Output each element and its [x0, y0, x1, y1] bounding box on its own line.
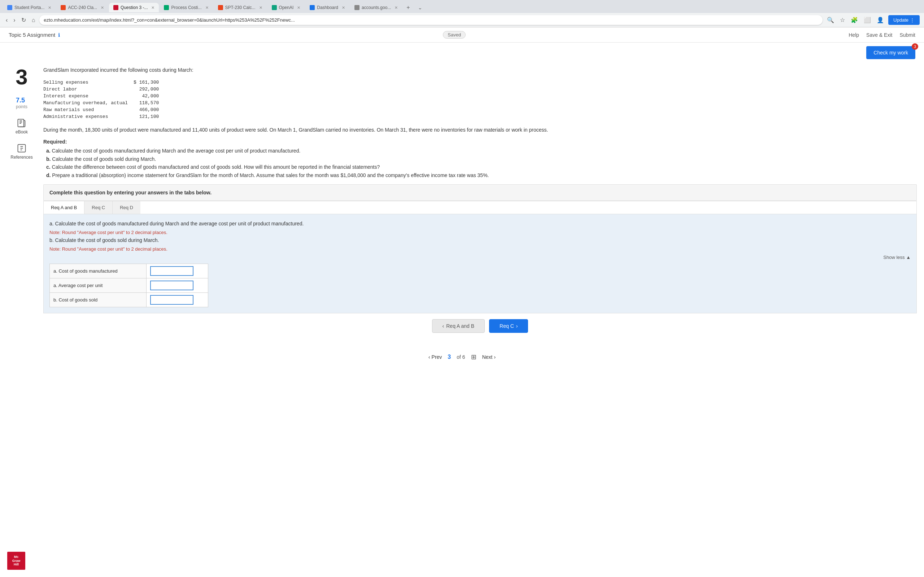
address-input[interactable]	[39, 15, 822, 25]
save-exit-link[interactable]: Save & Exit	[866, 32, 892, 38]
tab-close[interactable]: ✕	[297, 5, 300, 10]
tab-label: Dashboard	[317, 5, 338, 10]
check-work-area: Check my work 3	[0, 43, 924, 59]
forward-button[interactable]: ›	[12, 16, 16, 25]
split-screen-icon[interactable]: ⬜	[862, 15, 872, 25]
tab-req-ab[interactable]: Req A and B	[44, 201, 84, 214]
answer-cell[interactable]	[146, 264, 208, 278]
tab-close[interactable]: ✕	[342, 5, 345, 10]
profile-icon[interactable]: 👤	[875, 15, 885, 25]
submit-link[interactable]: Submit	[900, 32, 915, 38]
answer-input-2[interactable]	[150, 295, 194, 305]
tab-req-c[interactable]: Req C	[84, 201, 113, 214]
answer-input-1[interactable]	[150, 280, 194, 290]
tabs-header: Req A and B Req C Req D	[44, 201, 916, 214]
cost-label: Manufacturing overhead, actual	[43, 100, 134, 106]
points-label: points	[16, 104, 27, 109]
tab-favicon	[7, 5, 12, 10]
tab-close[interactable]: ✕	[259, 5, 262, 10]
tab-favicon	[272, 5, 277, 10]
question-number: 3	[16, 66, 27, 88]
bookmark-icon[interactable]: ☆	[838, 15, 846, 25]
tab-label: SPT-230 Calc...	[225, 5, 255, 10]
tabs-container: Req A and B Req C Req D a. Calculate the…	[43, 201, 917, 313]
cost-value: 42,000	[134, 93, 165, 100]
show-less-button[interactable]: Show less ▲	[50, 255, 911, 260]
answer-label: b. Cost of goods sold	[50, 292, 147, 307]
check-badge: 3	[912, 43, 918, 50]
answer-cell[interactable]	[146, 292, 208, 307]
tab-accounts-google[interactable]: accounts.goo... ✕	[350, 3, 402, 12]
ebook-label: eBook	[16, 129, 28, 134]
tab-favicon	[113, 5, 118, 10]
cost-label: Selling expenses	[43, 79, 134, 86]
answer-input-0[interactable]	[150, 266, 194, 276]
tab-question3[interactable]: Question 3 -... ✕	[109, 3, 159, 12]
cost-row: Administrative expenses121,100	[43, 113, 165, 120]
help-link[interactable]: Help	[848, 32, 859, 38]
tab-spt230[interactable]: SPT-230 Calc... ✕	[214, 3, 267, 12]
tab-favicon	[310, 5, 315, 10]
tab-openai[interactable]: OpenAI ✕	[267, 3, 305, 12]
complete-instruction: Complete this question by entering your …	[50, 190, 911, 195]
references-sidebar-item[interactable]: References	[10, 143, 32, 160]
update-button[interactable]: Update ⋮	[888, 15, 920, 25]
cost-row: Selling expenses$ 161,300	[43, 79, 165, 86]
tab-student-portal[interactable]: Student Porta... ✕	[3, 3, 56, 12]
requirement-item: c. Calculate the difference between cost…	[46, 163, 917, 171]
answer-row: a. Cost of goods manufactured	[50, 264, 208, 278]
grid-view-icon[interactable]: ⊞	[471, 353, 477, 361]
question-intro: GrandSlam Incorporated incurred the foll…	[43, 66, 917, 74]
answer-cell[interactable]	[146, 278, 208, 292]
next-page-button[interactable]: Next ›	[482, 354, 496, 360]
answer-label: a. Cost of goods manufactured	[50, 264, 147, 278]
tab-label: OpenAI	[279, 5, 294, 10]
tab-process-cost[interactable]: Process Costi... ✕	[160, 3, 213, 12]
cost-value: 292,000	[134, 86, 165, 93]
prev-req-button[interactable]: ‹ Req A and B	[432, 319, 485, 333]
answer-table: a. Cost of goods manufactured a. Average…	[50, 264, 208, 307]
tab-more-button[interactable]: ⌄	[414, 3, 426, 13]
tab-close[interactable]: ✕	[205, 5, 208, 10]
tab-label: Student Porta...	[15, 5, 44, 10]
cost-label: Direct labor	[43, 86, 134, 93]
extensions-icon[interactable]: 🧩	[849, 15, 859, 25]
search-icon[interactable]: 🔍	[825, 15, 835, 25]
info-icon[interactable]: ℹ	[58, 32, 60, 38]
page-of: of 6	[457, 354, 465, 360]
tab-favicon	[218, 5, 223, 10]
new-tab-button[interactable]: +	[403, 2, 413, 13]
required-section: Required: a. Calculate the cost of goods…	[43, 139, 917, 179]
back-button[interactable]: ‹	[4, 16, 9, 25]
tab-label: accounts.goo...	[362, 5, 391, 10]
saved-badge: Saved	[443, 31, 465, 39]
cost-label: Administrative expenses	[43, 113, 134, 120]
answer-row: a. Average cost per unit	[50, 278, 208, 292]
costs-table: Selling expenses$ 161,300Direct labor292…	[43, 79, 165, 120]
cost-row: Direct labor292,000	[43, 86, 165, 93]
page-navigation: ‹ Prev 3 of 6 ⊞ Next ›	[0, 353, 924, 361]
next-req-button[interactable]: Req C ›	[489, 319, 528, 333]
tab-close[interactable]: ✕	[394, 5, 398, 10]
sidebar: 3 7.5 points eBook References	[7, 66, 36, 338]
cost-row: Manufacturing overhead, actual118,570	[43, 100, 165, 106]
cost-row: Interest expense42,000	[43, 93, 165, 100]
requirement-item: b. Calculate the cost of goods sold duri…	[46, 155, 917, 163]
requirement-item: d. Prepare a traditional (absorption) in…	[46, 171, 917, 179]
tab-dashboard[interactable]: Dashboard ✕	[305, 3, 349, 12]
prev-page-button[interactable]: ‹ Prev	[428, 354, 442, 360]
tab-close[interactable]: ✕	[48, 5, 51, 10]
points-value: 7.5	[16, 97, 27, 104]
refresh-button[interactable]: ↻	[20, 15, 27, 25]
check-my-work-button[interactable]: Check my work 3	[866, 46, 915, 59]
ebook-sidebar-item[interactable]: eBook	[16, 118, 28, 134]
home-button[interactable]: ⌂	[30, 16, 37, 25]
tab-close[interactable]: ✕	[151, 5, 155, 10]
title-text: Topic 5 Assignment	[9, 32, 55, 38]
tab-req-d[interactable]: Req D	[113, 201, 141, 214]
ebook-icon	[16, 118, 27, 128]
tab-label: Process Costi...	[171, 5, 201, 10]
tab-close[interactable]: ✕	[101, 5, 104, 10]
svg-rect-0	[18, 119, 24, 127]
tab-acc240[interactable]: ACC-240 Cla... ✕	[56, 3, 108, 12]
